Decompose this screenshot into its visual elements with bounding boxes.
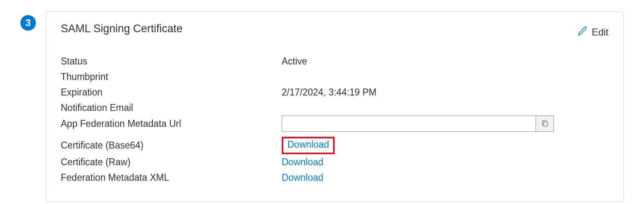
copy-button[interactable] xyxy=(536,116,554,131)
expiration-value: 2/17/2024, 3:44:19 PM xyxy=(282,87,377,98)
metadata-xml-row: Federation Metadata XML Download xyxy=(61,170,609,185)
copy-icon xyxy=(541,120,549,128)
federation-url-label: App Federation Metadata Url xyxy=(61,118,282,129)
metadata-xml-download-link[interactable]: Download xyxy=(282,172,323,183)
federation-url-row: App Federation Metadata Url xyxy=(61,115,609,132)
edit-button[interactable]: Edit xyxy=(577,26,609,39)
step-number: 3 xyxy=(25,17,31,29)
status-row: Status Active xyxy=(61,53,609,69)
metadata-xml-label: Federation Metadata XML xyxy=(61,172,282,183)
svg-rect-0 xyxy=(544,122,547,126)
pencil-icon xyxy=(577,26,588,39)
expiration-label: Expiration xyxy=(61,87,282,98)
thumbprint-row: Thumbprint xyxy=(61,69,609,84)
federation-url-input[interactable] xyxy=(282,116,536,131)
download-highlight: Download xyxy=(282,137,335,154)
cert-base64-download-link[interactable]: Download xyxy=(287,139,329,150)
saml-signing-certificate-card: SAML Signing Certificate Edit Status Act… xyxy=(46,11,624,202)
cert-raw-row: Certificate (Raw) Download xyxy=(61,154,609,170)
status-value: Active xyxy=(282,56,307,67)
step-badge: 3 xyxy=(20,15,36,31)
status-label: Status xyxy=(61,56,282,67)
notification-email-label: Notification Email xyxy=(61,102,282,113)
edit-label: Edit xyxy=(592,27,609,38)
thumbprint-label: Thumbprint xyxy=(61,71,282,82)
notification-email-row: Notification Email xyxy=(61,100,609,115)
cert-raw-download-link[interactable]: Download xyxy=(282,157,323,168)
card-header: SAML Signing Certificate Edit xyxy=(61,22,609,39)
federation-url-input-container xyxy=(282,115,554,132)
cert-base64-label: Certificate (Base64) xyxy=(61,140,282,151)
cert-raw-label: Certificate (Raw) xyxy=(61,157,282,168)
card-title: SAML Signing Certificate xyxy=(61,22,183,35)
expiration-row: Expiration 2/17/2024, 3:44:19 PM xyxy=(61,84,609,100)
cert-base64-row: Certificate (Base64) Download xyxy=(61,137,609,154)
